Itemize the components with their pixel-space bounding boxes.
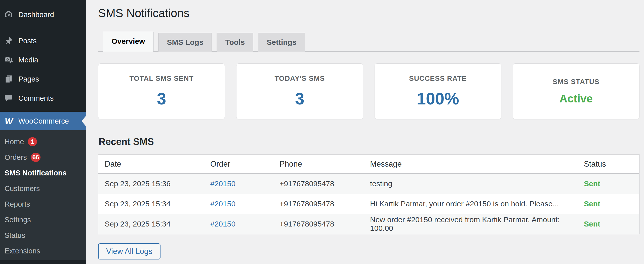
sidebar-item-label: Comments bbox=[18, 94, 54, 102]
admin-menu: DashboardPostsMediaPagesComments bbox=[0, 0, 86, 112]
stat-card-total-sms-sent: TOTAL SMS SENT3 bbox=[98, 63, 225, 119]
tab-settings[interactable]: Settings bbox=[258, 33, 305, 52]
woocommerce-submenu: Home1Orders66SMS NotificationsCustomersR… bbox=[0, 130, 86, 260]
cell-status: Sent bbox=[578, 174, 639, 194]
stat-cards: TOTAL SMS SENT3TODAY'S SMS3SUCCESS RATE1… bbox=[98, 63, 639, 119]
sidebar-bottom bbox=[0, 260, 86, 264]
cell-phone: +917678095478 bbox=[273, 214, 364, 234]
submenu-item-label: Customers bbox=[5, 184, 40, 193]
submenu-item-extensions[interactable]: Extensions bbox=[0, 243, 86, 259]
column-header-status: Status bbox=[578, 155, 639, 174]
stat-label: SMS STATUS bbox=[553, 78, 599, 86]
cell-message: testing bbox=[364, 174, 578, 194]
sidebar-item-pages[interactable]: Pages bbox=[0, 69, 86, 89]
pages-icon bbox=[4, 74, 14, 84]
sidebar-item-woocommerce[interactable]: W WooCommerce bbox=[0, 112, 86, 130]
column-header-message: Message bbox=[364, 155, 578, 174]
sidebar-item-media[interactable]: Media bbox=[0, 50, 86, 69]
stat-label: TOTAL SMS SENT bbox=[130, 74, 194, 83]
menu-separator bbox=[0, 108, 86, 112]
cell-date: Sep 23, 2025 15:34 bbox=[98, 214, 204, 234]
count-badge: 66 bbox=[31, 153, 41, 162]
submenu-item-label: Settings bbox=[5, 216, 31, 224]
count-badge: 1 bbox=[28, 137, 37, 146]
submenu-item-reports[interactable]: Reports bbox=[0, 196, 86, 212]
table-body: Sep 23, 2025 15:36#20150+917678095478tes… bbox=[98, 174, 639, 234]
submenu-item-label: Status bbox=[5, 231, 25, 240]
submenu-item-customers[interactable]: Customers bbox=[0, 181, 86, 196]
submenu-item-status[interactable]: Status bbox=[0, 228, 86, 243]
sidebar-item-label: Media bbox=[18, 56, 38, 64]
order-link[interactable]: #20150 bbox=[210, 220, 235, 228]
sidebar-item-dashboard[interactable]: Dashboard bbox=[0, 5, 86, 24]
table-row: Sep 23, 2025 15:34#20150+917678095478New… bbox=[98, 214, 639, 234]
cell-message: Hi Kartik Parmar, your order #20150 is o… bbox=[364, 194, 578, 214]
cell-date: Sep 23, 2025 15:34 bbox=[98, 194, 204, 214]
stat-card-sms-status: SMS STATUSActive bbox=[513, 63, 639, 119]
cell-message: New order #20150 received from Kartik Pa… bbox=[364, 214, 578, 234]
dashboard-icon bbox=[4, 10, 14, 20]
order-link[interactable]: #20150 bbox=[210, 200, 235, 208]
page-title: SMS Notifications bbox=[98, 6, 639, 20]
media-icon bbox=[4, 55, 14, 65]
sidebar-item-label: Posts bbox=[18, 37, 37, 45]
menu-separator bbox=[0, 24, 86, 31]
recent-sms-heading: Recent SMS bbox=[99, 136, 639, 147]
stat-label: SUCCESS RATE bbox=[409, 74, 467, 83]
cell-order: #20150 bbox=[204, 214, 273, 234]
recent-sms-table: DateOrderPhoneMessageStatus Sep 23, 2025… bbox=[98, 154, 639, 234]
column-header-order: Order bbox=[204, 155, 273, 174]
status-badge: Sent bbox=[584, 220, 600, 228]
view-all-logs-button[interactable]: View All Logs bbox=[98, 243, 160, 259]
tab-overview[interactable]: Overview bbox=[103, 32, 153, 52]
submenu-item-label: Reports bbox=[5, 200, 30, 208]
stat-value: 3 bbox=[295, 89, 304, 108]
tab-sms-logs[interactable]: SMS Logs bbox=[158, 33, 212, 52]
sidebar-item-label: Dashboard bbox=[18, 11, 54, 19]
sidebar-item-label: Pages bbox=[18, 75, 39, 83]
comment-icon bbox=[4, 93, 14, 103]
submenu-item-label: Orders bbox=[5, 153, 27, 162]
sidebar-item-comments[interactable]: Comments bbox=[0, 89, 86, 108]
cell-date: Sep 23, 2025 15:36 bbox=[98, 174, 204, 194]
table-row: Sep 23, 2025 15:34#20150+917678095478Hi … bbox=[98, 194, 639, 214]
table-row: Sep 23, 2025 15:36#20150+917678095478tes… bbox=[98, 174, 639, 194]
cell-order: #20150 bbox=[204, 194, 273, 214]
cell-phone: +917678095478 bbox=[273, 174, 364, 194]
tab-bar: OverviewSMS LogsToolsSettings bbox=[98, 32, 639, 52]
stat-value: 100% bbox=[417, 89, 459, 108]
column-header-date: Date bbox=[98, 155, 204, 174]
table-header-row: DateOrderPhoneMessageStatus bbox=[98, 155, 639, 174]
submenu-item-home[interactable]: Home1 bbox=[0, 134, 86, 149]
stat-card-today-s-sms: TODAY'S SMS3 bbox=[236, 63, 363, 119]
cell-status: Sent bbox=[578, 194, 639, 214]
current-menu-arrow-icon bbox=[82, 116, 86, 126]
submenu-item-sms-notifications[interactable]: SMS Notifications bbox=[0, 165, 86, 181]
cell-order: #20150 bbox=[204, 174, 273, 194]
column-header-phone: Phone bbox=[273, 155, 364, 174]
status-badge: Sent bbox=[584, 200, 600, 208]
woocommerce-logo-icon: W bbox=[3, 116, 14, 126]
stat-value: 3 bbox=[157, 89, 166, 108]
order-link[interactable]: #20150 bbox=[210, 179, 235, 188]
cell-status: Sent bbox=[578, 214, 639, 234]
tab-tools[interactable]: Tools bbox=[217, 33, 253, 52]
admin-sidebar: DashboardPostsMediaPagesComments W WooCo… bbox=[0, 0, 86, 264]
stat-label: TODAY'S SMS bbox=[275, 74, 325, 83]
status-badge: Sent bbox=[584, 179, 600, 188]
sidebar-item-posts[interactable]: Posts bbox=[0, 31, 86, 50]
submenu-item-label: Extensions bbox=[5, 247, 40, 255]
sidebar-item-label: WooCommerce bbox=[18, 117, 69, 125]
submenu-item-label: Home bbox=[5, 138, 24, 146]
pushpin-icon bbox=[4, 36, 14, 46]
main-content: SMS Notifications OverviewSMS LogsToolsS… bbox=[86, 0, 644, 264]
stat-card-success-rate: SUCCESS RATE100% bbox=[375, 63, 501, 119]
submenu-item-orders[interactable]: Orders66 bbox=[0, 149, 86, 165]
submenu-item-settings[interactable]: Settings bbox=[0, 212, 86, 228]
stat-value: Active bbox=[559, 92, 593, 105]
submenu-item-label: SMS Notifications bbox=[5, 169, 67, 177]
cell-phone: +917678095478 bbox=[273, 194, 364, 214]
